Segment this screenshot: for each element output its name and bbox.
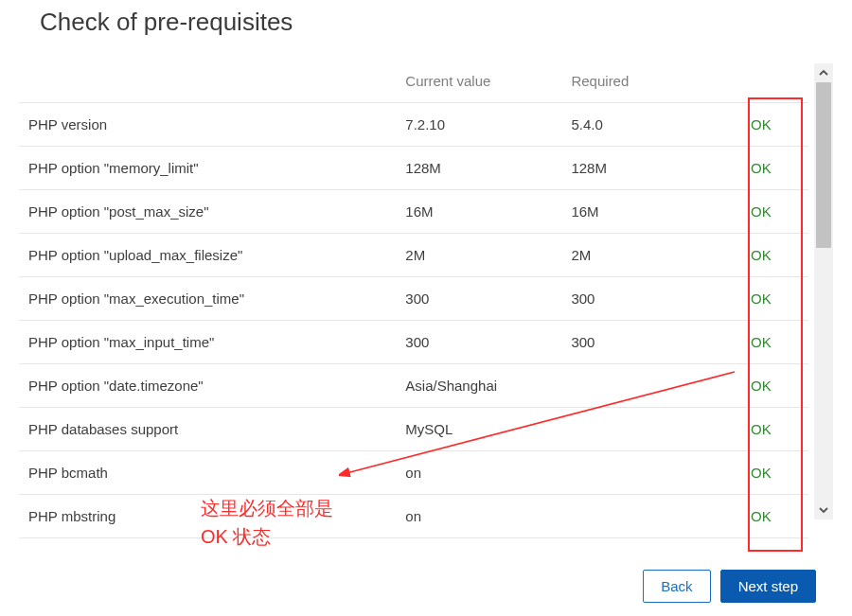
page-title: Check of pre-requisites — [19, 8, 833, 37]
table-row: PHP mbstringonOK — [19, 495, 808, 538]
table-row: PHP bcmathonOK — [19, 451, 808, 495]
cell-status: OK — [714, 451, 808, 495]
table-row: PHP option "max_execution_time"300300OK — [19, 277, 808, 321]
cell-required: 5.4.0 — [563, 103, 713, 147]
cell-required: 2M — [563, 234, 713, 277]
table-row: PHP version7.2.105.4.0OK — [19, 103, 808, 147]
scroll-up-arrow-icon[interactable] — [814, 63, 833, 82]
cell-status: OK — [714, 147, 808, 190]
cell-status: OK — [714, 321, 808, 364]
cell-name: PHP databases support — [19, 408, 398, 451]
column-header-name — [19, 63, 398, 103]
cell-status: OK — [714, 103, 808, 147]
cell-required — [563, 495, 713, 538]
next-step-button[interactable]: Next step — [720, 570, 816, 603]
cell-required: 16M — [563, 190, 713, 234]
cell-required — [563, 451, 713, 495]
table-row: PHP option "post_max_size"16M16MOK — [19, 190, 808, 234]
cell-name: PHP option "upload_max_filesize" — [19, 234, 398, 277]
cell-required — [563, 364, 713, 408]
cell-current: 300 — [398, 277, 563, 321]
table-row: PHP databases supportMySQLOK — [19, 408, 808, 451]
column-header-current: Current value — [398, 63, 563, 103]
cell-required — [563, 408, 713, 451]
cell-name: PHP mbstring — [19, 495, 398, 538]
column-header-status — [714, 63, 808, 103]
scrollbar-thumb[interactable] — [816, 82, 831, 248]
cell-status: OK — [714, 364, 808, 408]
cell-name: PHP option "max_input_time" — [19, 321, 398, 364]
cell-current: 128M — [398, 147, 563, 190]
cell-status: OK — [714, 190, 808, 234]
table-row: PHP option "upload_max_filesize"2M2MOK — [19, 234, 808, 277]
cell-required: 300 — [563, 277, 713, 321]
cell-current: 7.2.10 — [398, 103, 563, 147]
cell-name: PHP option "date.timezone" — [19, 364, 398, 408]
cell-name: PHP bcmath — [19, 451, 398, 495]
footer-buttons: Back Next step — [643, 570, 816, 603]
cell-name: PHP version — [19, 103, 398, 147]
cell-current: Asia/Shanghai — [398, 364, 563, 408]
cell-status: OK — [714, 495, 808, 538]
cell-current: on — [398, 451, 563, 495]
cell-status: OK — [714, 408, 808, 451]
cell-name: PHP option "max_execution_time" — [19, 277, 398, 321]
cell-name: PHP option "memory_limit" — [19, 147, 398, 190]
table-row: PHP option "date.timezone"Asia/ShanghaiO… — [19, 364, 808, 408]
cell-name: PHP option "post_max_size" — [19, 190, 398, 234]
cell-required: 128M — [563, 147, 713, 190]
scrollbar-track[interactable] — [814, 82, 833, 501]
cell-current: 300 — [398, 321, 563, 364]
cell-current: MySQL — [398, 408, 563, 451]
cell-required: 300 — [563, 321, 713, 364]
prerequisites-table: Current value Required PHP version7.2.10… — [19, 63, 808, 538]
cell-current: 16M — [398, 190, 563, 234]
back-button[interactable]: Back — [643, 570, 710, 603]
column-header-required: Required — [563, 63, 713, 103]
scroll-down-arrow-icon[interactable] — [814, 501, 833, 519]
cell-status: OK — [714, 277, 808, 321]
table-row: PHP option "memory_limit"128M128MOK — [19, 147, 808, 190]
cell-current: 2M — [398, 234, 563, 277]
cell-status: OK — [714, 234, 808, 277]
cell-current: on — [398, 495, 563, 538]
vertical-scrollbar[interactable] — [814, 63, 833, 519]
table-row: PHP option "max_input_time"300300OK — [19, 321, 808, 364]
